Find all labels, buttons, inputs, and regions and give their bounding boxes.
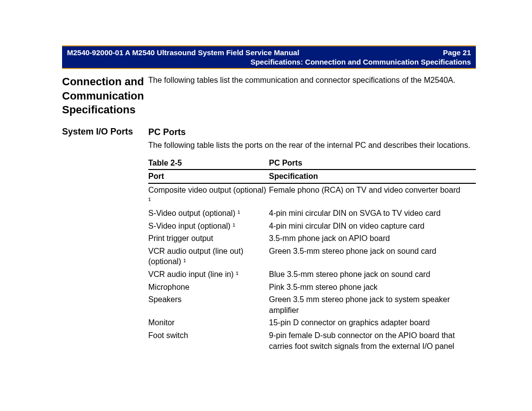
table-row: VCR audio input (line in) ¹Blue 3.5-mm s… [148,268,476,281]
cell-spec: 3.5-mm phone jack on APIO board [269,232,476,245]
table-row: S-Video output (optional) ¹4-pin mini ci… [148,207,476,220]
cell-spec: Blue 3.5-mm stereo phone jack on sound c… [269,268,476,281]
page-content: Connection and Commu­nication Specificat… [62,75,476,352]
table-row: VCR audio output (line out) (optional) ¹… [148,245,476,268]
cell-port: Foot switch [148,329,269,352]
cell-spec: Female phono (RCA) on TV and video conve… [269,183,476,207]
table-row: Foot switch9-pin female D-sub connector … [148,329,476,352]
cell-port: Microphone [148,281,269,294]
table-row: S-Video input (optional) ¹4-pin mini cir… [148,220,476,233]
cell-port: Print trigger output [148,232,269,245]
cell-port: Composite video output (optional) ¹ [148,183,269,207]
table-header-row: Port Specification [148,170,476,183]
cell-spec: 15-pin D connector on graphics adapter b… [269,316,476,329]
document-id: M2540-92000-01 A M2540 Ultrasound System… [67,48,299,57]
pc-ports-heading: PC Ports [148,126,476,138]
section-breadcrumb: Specifications: Connection and Communica… [67,58,471,66]
col-header-spec: Specification [269,170,476,183]
table-number: Table 2-5 [148,158,269,169]
cell-spec: 4-pin mini circular DIN on SVGA to TV vi… [269,207,476,220]
table-label-row: Table 2-5 PC Ports [148,158,476,169]
intro-paragraph: The following tables list the communicat… [148,75,476,86]
page-header-bar: M2540-92000-01 A M2540 Ultrasound System… [62,45,476,69]
cell-port: VCR audio input (line in) ¹ [148,268,269,281]
table-row: Print trigger output3.5-mm phone jack on… [148,232,476,245]
cell-port: Monitor [148,316,269,329]
cell-port: S-Video input (optional) ¹ [148,220,269,233]
pc-ports-intro: The following table lists the ports on t… [148,140,476,151]
subsection-heading: System I/O Ports [62,126,148,352]
section-heading: Connection and Commu­nication Specificat… [62,75,148,117]
intro-row: Connection and Commu­nication Specificat… [62,75,476,117]
page-number: Page 21 [443,48,471,57]
cell-port: S-Video output (optional) ¹ [148,207,269,220]
header-top-row: M2540-92000-01 A M2540 Ultrasound System… [67,48,471,57]
table-row: MicrophonePink 3.5-mm stereo phone jack [148,281,476,294]
table-title: PC Ports [269,158,302,169]
cell-spec: 4-pin mini circular DIN on video capture… [269,220,476,233]
cell-port: Speakers [148,293,269,316]
col-header-port: Port [148,170,269,183]
cell-port: VCR audio output (line out) (optional) ¹ [148,245,269,268]
cell-spec: Green 3.5 mm stereo phone jack to system… [269,293,476,316]
table-row: SpeakersGreen 3.5 mm stereo phone jack t… [148,293,476,316]
pc-ports-table: Port Specification Composite video outpu… [148,169,476,352]
cell-spec: 9-pin female D-sub connector on the APIO… [269,329,476,352]
ports-row: System I/O Ports PC Ports The following … [62,126,476,352]
cell-spec: Pink 3.5-mm stereo phone jack [269,281,476,294]
cell-spec: Green 3.5-mm stereo phone jack on sound … [269,245,476,268]
table-row: Monitor15-pin D connector on graphics ad… [148,316,476,329]
table-row: Composite video output (optional) ¹Femal… [148,183,476,207]
